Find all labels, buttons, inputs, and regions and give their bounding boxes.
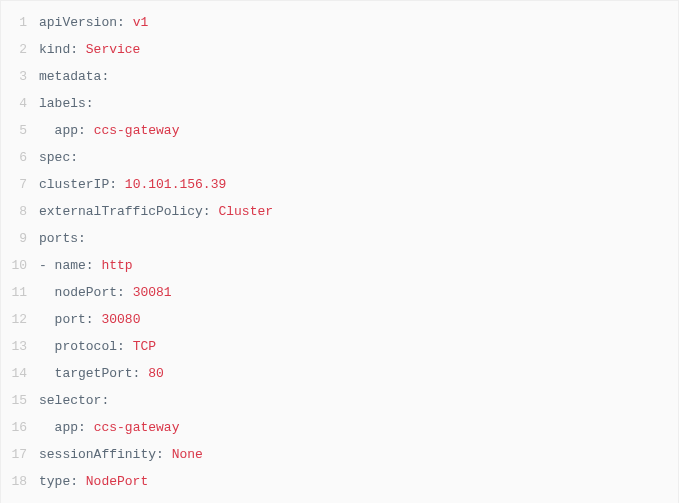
code-content: apiVersion: v1 <box>39 9 148 36</box>
code-content: externalTrafficPolicy: Cluster <box>39 198 273 225</box>
line-number: 14 <box>1 360 39 387</box>
line-number: 15 <box>1 387 39 414</box>
code-line: 5 app: ccs-gateway <box>1 117 678 144</box>
line-number: 4 <box>1 90 39 117</box>
code-line: 13 protocol: TCP <box>1 333 678 360</box>
code-content: app: ccs-gateway <box>39 414 179 441</box>
code-content: sessionAffinity: None <box>39 441 203 468</box>
code-line: 6 spec: <box>1 144 678 171</box>
code-line: 17 sessionAffinity: None <box>1 441 678 468</box>
line-number: 6 <box>1 144 39 171</box>
line-number: 9 <box>1 225 39 252</box>
code-content: - name: http <box>39 252 133 279</box>
code-content: kind: Service <box>39 36 140 63</box>
line-number: 2 <box>1 36 39 63</box>
code-content: targetPort: 80 <box>39 360 164 387</box>
code-line: 4 labels: <box>1 90 678 117</box>
code-line: 9 ports: <box>1 225 678 252</box>
code-content: nodePort: 30081 <box>39 279 172 306</box>
line-number: 17 <box>1 441 39 468</box>
code-content: type: NodePort <box>39 468 148 495</box>
code-content: app: ccs-gateway <box>39 117 179 144</box>
code-line: 1 apiVersion: v1 <box>1 9 678 36</box>
code-line: 18 type: NodePort <box>1 468 678 495</box>
code-block: 1 apiVersion: v1 2 kind: Service 3 metad… <box>0 0 679 503</box>
line-number: 8 <box>1 198 39 225</box>
code-line: 2 kind: Service <box>1 36 678 63</box>
code-line: 3 metadata: <box>1 63 678 90</box>
code-line: 15 selector: <box>1 387 678 414</box>
line-number: 11 <box>1 279 39 306</box>
code-content: protocol: TCP <box>39 333 156 360</box>
line-number: 12 <box>1 306 39 333</box>
line-number: 16 <box>1 414 39 441</box>
line-number: 5 <box>1 117 39 144</box>
line-number: 13 <box>1 333 39 360</box>
code-content: metadata: <box>39 63 109 90</box>
code-line: 14 targetPort: 80 <box>1 360 678 387</box>
code-line: 12 port: 30080 <box>1 306 678 333</box>
line-number: 10 <box>1 252 39 279</box>
line-number: 1 <box>1 9 39 36</box>
line-number: 18 <box>1 468 39 495</box>
code-content: clusterIP: 10.101.156.39 <box>39 171 226 198</box>
code-content: spec: <box>39 144 78 171</box>
code-line: 10 - name: http <box>1 252 678 279</box>
code-line: 11 nodePort: 30081 <box>1 279 678 306</box>
code-content: ports: <box>39 225 86 252</box>
code-content: selector: <box>39 387 109 414</box>
line-number: 7 <box>1 171 39 198</box>
code-line: 16 app: ccs-gateway <box>1 414 678 441</box>
code-line: 7 clusterIP: 10.101.156.39 <box>1 171 678 198</box>
code-content: port: 30080 <box>39 306 140 333</box>
code-line: 8 externalTrafficPolicy: Cluster <box>1 198 678 225</box>
line-number: 3 <box>1 63 39 90</box>
code-content: labels: <box>39 90 94 117</box>
